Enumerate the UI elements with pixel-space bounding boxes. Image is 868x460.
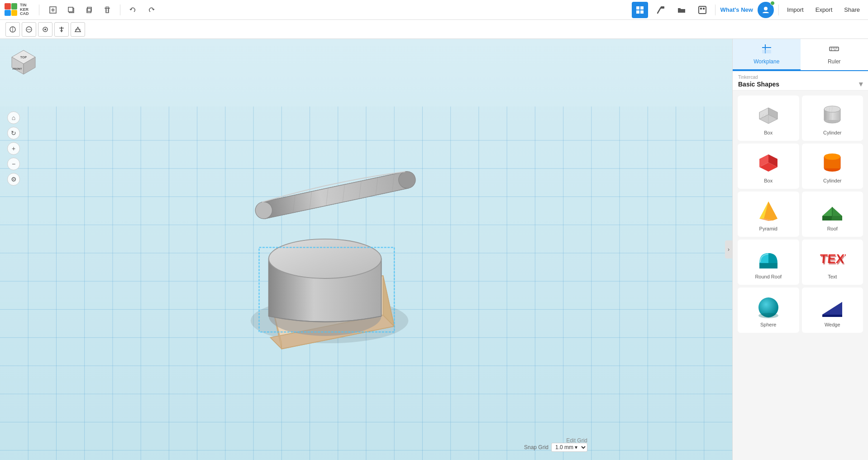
redo-button[interactable] [144, 3, 158, 17]
svg-point-80 [269, 297, 382, 336]
top-bar: TINKERCAD What's New [0, 0, 868, 20]
workplane-tab-label: Workplane [754, 58, 779, 65]
svg-marker-134 [822, 207, 832, 216]
svg-line-16 [658, 8, 661, 13]
undo-button[interactable] [126, 3, 140, 17]
duplicate-button[interactable] [82, 3, 96, 17]
shape-item-wedge[interactable]: Wedge [802, 288, 863, 333]
shape-item-box-wire[interactable]: Box [738, 96, 799, 141]
svg-rect-101 [830, 47, 839, 51]
workplane-tab[interactable]: Workplane [733, 39, 801, 70]
zoom-out-button[interactable]: − [7, 158, 20, 170]
shape-item-box-solid[interactable]: Box [738, 144, 799, 189]
ruler-tab-label: Ruler [828, 58, 841, 65]
shape-item-cylinder-solid[interactable]: Cylinder [802, 144, 863, 189]
svg-point-83 [397, 170, 417, 190]
svg-line-89 [356, 181, 365, 199]
svg-marker-79 [270, 298, 281, 349]
box-solid-icon [755, 149, 782, 176]
shape-item-sphere[interactable]: Sphere [738, 288, 799, 333]
basic-shapes-label: Basic Shapes [738, 81, 779, 88]
snap-grid-select[interactable]: 1.0 mm ▾ 0.5 mm 2.0 mm [551, 443, 587, 452]
basic-shapes-title: Basic Shapes ▾ [738, 80, 863, 88]
toolbar2 [0, 20, 868, 39]
shape-item-roof[interactable]: Roof [802, 192, 863, 237]
main-area: TOP FRONT ⌂ ↻ + − ⚙ Edit Grid Snap Grid … [0, 39, 868, 460]
bracket-view-button[interactable] [694, 2, 711, 18]
sphere-label: Sphere [760, 322, 776, 327]
round-roof-icon [755, 245, 782, 272]
svg-point-25 [44, 29, 46, 30]
home-view-button[interactable]: ⌂ [7, 111, 20, 124]
box-wire-icon [755, 101, 782, 128]
export-button[interactable]: Export [812, 5, 836, 15]
cylinder-solid-label: Cylinder [823, 178, 841, 183]
svg-text:FRONT: FRONT [13, 67, 22, 70]
separator [39, 5, 39, 15]
cylinder-wire-label: Cylinder [823, 130, 841, 135]
view-controls: ⌂ ↻ + − ⚙ [7, 111, 20, 186]
svg-rect-10 [106, 7, 109, 8]
grid-view-button[interactable] [632, 2, 648, 18]
logo: TINKERCAD [5, 3, 29, 17]
svg-rect-12 [640, 6, 644, 10]
pyramid-icon [755, 197, 782, 224]
wedge-icon [819, 293, 846, 320]
svg-marker-78 [383, 276, 394, 326]
orientation-cube[interactable]: TOP FRONT [9, 48, 36, 75]
svg-rect-4 [68, 7, 73, 12]
svg-point-127 [824, 153, 840, 160]
svg-rect-19 [703, 8, 705, 10]
shape-item-cylinder-wire[interactable]: Cylinder [802, 96, 863, 141]
shape-item-pyramid[interactable]: Pyramid [738, 192, 799, 237]
mirror-tool[interactable] [38, 22, 52, 37]
import-button[interactable]: Import [783, 5, 807, 15]
flip-tool[interactable] [71, 22, 85, 37]
ruler-tab[interactable]: Ruler [801, 39, 868, 70]
topbar-right: What's New Import Export Share [632, 2, 863, 18]
orbit-button[interactable]: ↻ [7, 127, 20, 139]
viewport[interactable]: TOP FRONT ⌂ ↻ + − ⚙ Edit Grid Snap Grid … [0, 39, 732, 460]
collapse-panel-button[interactable]: › [725, 240, 732, 259]
shape-item-text[interactable]: TEXT TEXT Text [802, 240, 863, 285]
svg-rect-98 [762, 47, 771, 48]
new-button[interactable] [46, 3, 60, 17]
delete-button[interactable] [100, 3, 114, 17]
svg-line-86 [306, 192, 315, 209]
copy-all-button[interactable] [64, 3, 78, 17]
hammer-view-button[interactable] [653, 2, 669, 18]
share-button[interactable]: Share [840, 5, 863, 15]
box-solid-label: Box [764, 178, 773, 183]
svg-line-88 [339, 184, 348, 202]
shapes-grid: Box Cylinder [733, 91, 868, 338]
logo-k [11, 10, 18, 16]
zoom-in-button[interactable]: + [7, 142, 20, 155]
separator4 [778, 5, 779, 15]
text-shape-icon: TEXT TEXT [819, 245, 846, 272]
svg-marker-131 [764, 201, 777, 220]
svg-line-87 [323, 188, 332, 206]
shape-item-round-roof[interactable]: Round Roof [738, 240, 799, 285]
logo-i [11, 3, 18, 10]
user-menu [758, 2, 774, 18]
shapes-dropdown-arrow[interactable]: ▾ [859, 80, 863, 88]
svg-marker-77 [270, 315, 394, 349]
workplane-tool[interactable] [5, 22, 20, 37]
svg-text:TOP: TOP [20, 56, 27, 59]
right-panel: Workplane Ruler Tinkercad Basic Shapes ▾ [732, 39, 868, 460]
text-shape-label: Text [828, 274, 837, 279]
svg-rect-14 [640, 10, 644, 14]
sphere-icon [755, 293, 782, 320]
wedge-label: Wedge [825, 322, 840, 327]
whats-new-button[interactable]: What's New [720, 6, 753, 13]
settings-button[interactable]: ⚙ [7, 173, 20, 186]
folder-view-button[interactable] [673, 2, 690, 18]
svg-point-82 [254, 200, 274, 220]
svg-rect-138 [759, 263, 777, 268]
align-tool[interactable] [54, 22, 69, 37]
svg-rect-92 [259, 248, 395, 332]
ruler-tool[interactable] [22, 22, 36, 37]
svg-marker-146 [822, 302, 842, 315]
workplane-ruler-tabs: Workplane Ruler [733, 39, 868, 71]
svg-line-84 [273, 198, 282, 216]
